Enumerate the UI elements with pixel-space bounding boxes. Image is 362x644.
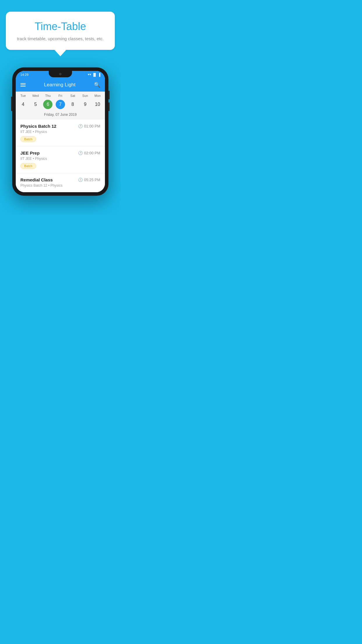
menu-button[interactable] [20,83,26,87]
speech-bubble-title: Time-Table [14,20,107,33]
item-1-time: 🕐 01:00 PM [78,124,100,128]
day-thu: Thu [42,94,54,97]
date-5[interactable]: 5 [29,100,42,109]
item-1-header: Physics Batch 12 🕐 01:00 PM [20,124,100,129]
phone-frame: 14:29 ▾▾ ▐▌ ▐ Learning Light 🔍 [12,67,108,196]
date-7-selected[interactable]: 7 [56,100,65,109]
notch [49,71,72,77]
day-sat: Sat [66,94,79,97]
day-mon: Mon [91,94,104,97]
schedule-item-3[interactable]: Remedial Class 🕔 05:25 PM Physics Batch … [16,173,105,192]
clock-icon-3: 🕔 [78,178,83,182]
day-sun: Sun [79,94,92,97]
date-8[interactable]: 8 [66,100,79,109]
clock-icon-2: 🕑 [78,151,83,155]
battery-icon: ▐ [98,73,100,76]
item-3-title: Remedial Class [20,177,53,182]
date-4[interactable]: 4 [17,100,29,109]
item-1-subtitle: IIT JEE • Physics [20,130,100,134]
volume-up-button[interactable] [108,91,110,99]
clock-icon-1: 🕐 [78,124,83,128]
calendar-section: Tue Wed Thu Fri Sat Sun Mon 4 5 [16,92,105,120]
date-6-today[interactable]: 6 [43,100,52,109]
schedule-item-2[interactable]: JEE Prep 🕑 02:00 PM IIT JEE • Physics Ba… [16,146,105,173]
front-camera [59,73,61,75]
selected-date-label: Friday, 07 June 2019 [16,111,105,120]
date-9[interactable]: 9 [79,100,92,109]
search-button[interactable]: 🔍 [94,82,100,88]
phone-mockup: 14:29 ▾▾ ▐▌ ▐ Learning Light 🔍 [12,67,108,196]
item-2-subtitle: IIT JEE • Physics [20,157,100,161]
status-time: 14:29 [20,73,29,76]
signal-icon: ▐▌ [92,73,97,76]
item-2-header: JEE Prep 🕑 02:00 PM [20,150,100,155]
item-2-time: 🕑 02:00 PM [78,151,100,155]
volume-down-button[interactable] [108,102,110,111]
item-2-badge: Batch [20,163,36,169]
item-2-title: JEE Prep [20,150,40,155]
date-10[interactable]: 10 [91,100,104,109]
item-3-time: 🕔 05:25 PM [78,178,100,182]
speech-bubble-subtitle: track timetable, upcoming classes, tests… [14,36,107,42]
phone-screen: 14:29 ▾▾ ▐▌ ▐ Learning Light 🔍 [16,71,105,192]
wifi-icon: ▾▾ [88,73,91,76]
schedule-item-1[interactable]: Physics Batch 12 🕐 01:00 PM IIT JEE • Ph… [16,120,105,146]
item-1-title: Physics Batch 12 [20,124,56,129]
day-headers: Tue Wed Thu Fri Sat Sun Mon [16,92,105,99]
power-button[interactable] [11,97,12,111]
speech-bubble: Time-Table track timetable, upcoming cla… [6,12,115,50]
schedule-list: Physics Batch 12 🕐 01:00 PM IIT JEE • Ph… [16,120,105,192]
day-fri: Fri [54,94,67,97]
day-tue: Tue [17,94,29,97]
day-numbers: 4 5 6 7 8 9 [16,99,105,111]
item-3-header: Remedial Class 🕔 05:25 PM [20,177,100,182]
app-title: Learning Light [26,82,94,88]
app-bar: Learning Light 🔍 [16,78,105,92]
status-icons: ▾▾ ▐▌ ▐ [88,73,100,76]
item-1-badge: Batch [20,136,36,142]
item-3-subtitle: Physics Batch 12 • Physics [20,183,100,188]
day-wed: Wed [29,94,42,97]
